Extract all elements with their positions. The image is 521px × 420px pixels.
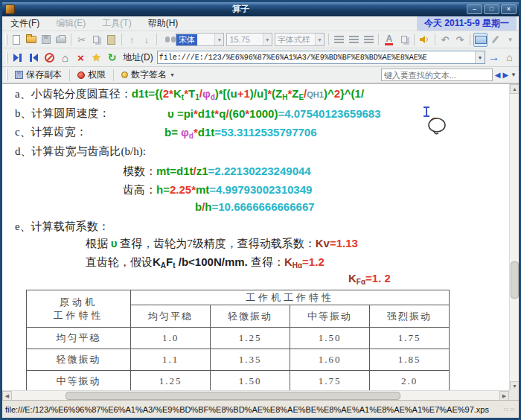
font-color-icon: A	[385, 34, 393, 45]
save-copy-button[interactable]: 保存副本	[12, 68, 65, 82]
go-arrow-icon: →	[488, 51, 500, 63]
redo-button[interactable]: ↷	[453, 33, 467, 47]
copy-button[interactable]	[89, 33, 103, 47]
search-input[interactable]	[381, 69, 493, 81]
font-name-value: 宋体	[176, 34, 197, 45]
chevron-down-icon[interactable]: ▼	[263, 34, 272, 45]
align-center-icon	[349, 36, 359, 44]
mouse-cursor	[418, 105, 450, 139]
menu-help[interactable]: 帮助(H)	[140, 16, 187, 31]
star-icon: ★	[92, 51, 101, 63]
font-style-combo[interactable]: 字体式样 ▼	[275, 33, 325, 46]
address-input[interactable]	[158, 54, 475, 62]
toolbar-overflow-button[interactable]: ▾	[503, 33, 517, 47]
save-icon	[42, 35, 51, 44]
paste-button[interactable]	[104, 33, 118, 47]
menu-file[interactable]: 文件(F)	[2, 16, 48, 31]
new-page-icon	[13, 35, 20, 45]
address-input-wrap: ▼	[157, 51, 485, 64]
stop-icon	[45, 53, 54, 63]
separator	[69, 69, 70, 81]
save-button[interactable]	[39, 33, 54, 47]
kv-line: 根据 υ 查得，齿轮为7级精度，查得动载系数：Kv=1.13	[86, 235, 358, 252]
house-icon: ⌂	[506, 51, 512, 63]
stop-button[interactable]	[42, 51, 57, 65]
table-cell: 1.1	[131, 349, 211, 371]
document-toolbar: 保存副本 权限 数字签名 ▼ ◀ ▶ ▼	[2, 67, 519, 83]
home-page-button[interactable]: ⌂	[502, 51, 517, 65]
print-button[interactable]	[54, 33, 68, 47]
separator	[113, 69, 114, 81]
cut-button[interactable]: ✂	[74, 33, 89, 47]
chevron-down-icon[interactable]: ▼	[315, 34, 324, 45]
font-name-combo[interactable]: 宋体 ▼	[176, 33, 224, 46]
close-button[interactable]: ×	[501, 4, 517, 14]
horizontal-scrollbar[interactable]: ◀ ▶	[2, 390, 519, 400]
align-right-button[interactable]	[362, 33, 376, 47]
find-next-icon[interactable]: ▶	[502, 71, 508, 79]
label-line-c: c、计算齿宽：	[15, 124, 87, 140]
document-page: a、小齿轮分度圆直径：d1t={(2*Kt*T1/φd)*[(u+1)/u]*(…	[2, 84, 509, 391]
home-icon: ⌂	[62, 51, 68, 64]
minimize-button[interactable]: –	[467, 4, 482, 14]
horizontal-scrollbar-thumb[interactable]	[65, 392, 400, 400]
chevron-down-icon[interactable]: ▼	[214, 34, 223, 45]
refresh-button[interactable]: ↻	[105, 51, 119, 65]
scroll-up-button[interactable]: ▲	[510, 84, 520, 94]
save-copy-label: 保存副本	[26, 69, 62, 81]
delete-button[interactable]: ×	[74, 51, 88, 65]
separator	[378, 34, 379, 45]
find-options-icon[interactable]: ▼	[511, 71, 517, 78]
digital-signature-button[interactable]: 数字签名 ▼	[118, 68, 178, 82]
format-painter-button[interactable]	[397, 33, 411, 47]
resize-grip[interactable]: ⁙⁙	[503, 406, 516, 413]
undo-button[interactable]: ↶	[438, 33, 453, 47]
overflow-icon: ▾	[508, 36, 512, 43]
vertical-scrollbar-thumb[interactable]	[511, 261, 519, 299]
tooth-height-label: 齿高：	[123, 184, 156, 196]
find-button[interactable]	[160, 33, 174, 47]
maximize-button[interactable]: □	[484, 4, 499, 14]
align-left-icon	[334, 36, 344, 44]
font-size-combo[interactable]: 15.75 ▼	[226, 33, 272, 46]
label-line-b: b、计算圆周速度：	[15, 106, 110, 121]
table-corner-cell: 原动机 工作特性	[27, 290, 131, 328]
table-group-header: 工作机工作特性	[131, 290, 450, 305]
brush-button[interactable]	[488, 33, 502, 47]
vertical-scrollbar[interactable]: ▲ ▼	[509, 84, 519, 391]
menu-edit[interactable]: 编辑(E)	[48, 16, 94, 31]
paste-icon	[107, 35, 115, 45]
find-previous-icon[interactable]: ◀	[495, 71, 501, 79]
scrollbar-corner	[509, 390, 519, 400]
favorites-button[interactable]: ★	[89, 51, 103, 65]
load-factor-table: 原动机 工作特性 工作机工作特性 均匀平稳 轻微振动 中等振动 强烈振动 均匀平…	[26, 290, 450, 391]
go-button[interactable]: →	[487, 51, 501, 65]
main-toolbar: ✂ ↑ ↓ 宋体 ▼ 15.75 ▼ 字体式样 ▼ A ↶ ↷	[2, 31, 519, 48]
align-left-button[interactable]	[332, 33, 346, 47]
panel-toggle-button[interactable]	[473, 33, 488, 47]
open-button[interactable]	[25, 33, 39, 47]
permissions-button[interactable]: 权限	[74, 68, 109, 82]
table-cell: 1.60	[290, 349, 370, 371]
app-window: 算子 – □ × 文件(F) 编辑(E) 工具(T) 帮助(H) 今天 2011…	[0, 0, 521, 420]
next-page-button[interactable]	[11, 51, 25, 65]
previous-page-button[interactable]	[27, 51, 41, 65]
table-col-header: 均匀平稳	[131, 305, 211, 328]
formula-line-b: υ =pi*d1t*q/(60*1000)=4.07540123659683	[167, 106, 381, 121]
separator	[71, 34, 71, 45]
separator	[156, 34, 157, 45]
cut-icon: ✂	[77, 34, 86, 45]
table-cell: 1.75	[290, 371, 370, 392]
font-color-button[interactable]: A	[382, 33, 396, 47]
title-bar: 算子 – □ ×	[2, 2, 519, 16]
menu-tools[interactable]: 工具(T)	[94, 16, 139, 31]
arrow-down-icon: ↓	[144, 34, 150, 45]
new-document-button[interactable]	[10, 33, 24, 47]
table-row: 中等振动 1.25 1.50 1.75 2.0	[27, 371, 450, 392]
address-dropdown-icon[interactable]: ▼	[475, 51, 485, 63]
move-down-button[interactable]: ↓	[139, 33, 153, 47]
home-button[interactable]: ⌂	[58, 51, 72, 65]
move-up-button[interactable]: ↑	[125, 33, 139, 47]
align-center-button[interactable]	[347, 33, 361, 47]
speaker-button[interactable]	[418, 33, 432, 47]
